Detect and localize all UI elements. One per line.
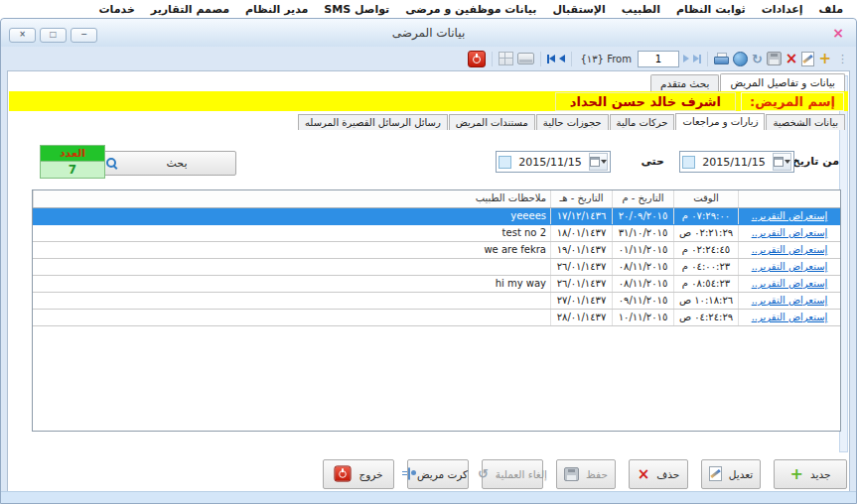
maximize-icon[interactable]: □: [40, 28, 67, 43]
print-icon[interactable]: [714, 53, 729, 65]
menu-item[interactable]: الإستقبال: [544, 2, 613, 17]
edit-button[interactable]: تعديل: [701, 459, 761, 489]
menu-item[interactable]: تواصل SMS: [316, 2, 397, 17]
patient-name-label: إسم المريض:: [741, 92, 844, 111]
first-record-button[interactable]: [547, 55, 555, 63]
table-row[interactable]: إستعراض التقرير.. ٠٤:٢٤:٢٩ ص ١٠/١١/٢٠١٥ …: [33, 310, 840, 326]
view-report-link[interactable]: إستعراض التقرير..: [752, 261, 828, 272]
menu-item[interactable]: مصمم التقارير: [143, 2, 237, 17]
power-icon[interactable]: [468, 51, 486, 67]
detail-tab[interactable]: حجوزات حالية: [536, 114, 609, 130]
view-report-link[interactable]: إستعراض التقرير..: [752, 227, 828, 238]
visit-date-hijri-cell: ٢٦/٠١/١٤٣٧: [550, 276, 612, 292]
undo-icon: ↺: [478, 467, 489, 480]
delete-button[interactable]: × حذف: [629, 459, 688, 489]
last-record-button[interactable]: [693, 55, 701, 63]
menu-item[interactable]: خدمات: [91, 2, 143, 17]
doctor-notes-cell: [33, 310, 550, 325]
gregorian-date-column-header[interactable]: التاريخ - م: [612, 190, 673, 207]
detail-tab[interactable]: بيانات الشخصية: [766, 114, 845, 130]
previous-record-button[interactable]: [559, 55, 565, 63]
detail-tab[interactable]: مستندات المريض: [449, 114, 535, 130]
visit-time-cell: ٠٤:٠٠:٢٣ م: [673, 259, 738, 275]
web-icon[interactable]: [733, 52, 748, 66]
visit-date-gregorian-cell: ٠٩/١١/٢٠١٥: [612, 293, 673, 309]
view-report-link[interactable]: إستعراض التقرير..: [752, 210, 828, 221]
from-date-checkbox[interactable]: [682, 156, 695, 169]
view-report-link[interactable]: إستعراض التقرير..: [752, 295, 828, 306]
visits-table: الوقت التاريخ - م التاريخ - هـ ملاحظات ا…: [32, 189, 841, 432]
visit-date-hijri-cell: ٢٨/٠١/١٤٣٧: [550, 310, 612, 325]
menu-item[interactable]: بيانات موظفين و مرضى: [397, 2, 544, 17]
delete-record-icon[interactable]: ×: [786, 52, 798, 65]
exit-button[interactable]: خروج: [323, 459, 394, 489]
from-date-label: من تاريخ: [792, 155, 839, 168]
minimize-icon[interactable]: −: [71, 28, 97, 43]
menu-item[interactable]: مدير النظام: [237, 2, 316, 17]
window-title: بيانات المرضى: [1, 26, 856, 40]
search-button[interactable]: بحث: [87, 151, 236, 176]
main-tab[interactable]: بحث متقدم: [650, 74, 719, 91]
notes-column-header[interactable]: ملاحظات الطبيب: [33, 190, 550, 207]
add-record-icon[interactable]: +: [818, 52, 831, 65]
detail-tab[interactable]: رسائل الرسائل القصيرة المرسله: [298, 114, 448, 130]
edit-record-icon[interactable]: [801, 52, 814, 66]
table-row[interactable]: إستعراض التقرير.. ٠٤:٠٠:٢٣ م ٠٨/١١/٢٠١٥ …: [33, 259, 840, 276]
close-icon[interactable]: ×: [9, 28, 36, 43]
record-number-input[interactable]: [638, 51, 679, 67]
table-row[interactable]: إستعراض التقرير.. ٠٢:٢١:٢٩ ص ٣١/١٠/٢٠١٥ …: [33, 225, 840, 242]
visit-date-hijri-cell: ٢٧/٠١/١٤٣٧: [550, 293, 612, 309]
next-record-button[interactable]: [683, 55, 689, 63]
doctor-notes-cell: [33, 293, 550, 309]
view-report-link[interactable]: إستعراض التقرير..: [752, 244, 828, 255]
detail-tab[interactable]: زيارات و مراجعات: [675, 113, 765, 130]
menu-item[interactable]: إعدادات: [754, 2, 811, 17]
doctor-notes-cell: test no 2: [33, 225, 550, 241]
refresh-icon[interactable]: ↻: [752, 53, 763, 65]
plus-icon: +: [790, 467, 803, 481]
time-column-header[interactable]: الوقت: [673, 190, 738, 207]
from-date-dropdown[interactable]: [773, 153, 791, 171]
new-button[interactable]: + جديد: [774, 459, 847, 489]
cancel-operation-button[interactable]: ↺ إلغاء العملية: [482, 459, 543, 489]
record-toolbar: {١٣} From ↻ × + ⋮: [1, 47, 856, 70]
to-date-checkbox[interactable]: [499, 156, 511, 169]
to-date-label: حتى: [641, 155, 664, 168]
from-date-picker[interactable]: 2015/11/15: [679, 151, 794, 173]
to-date-dropdown[interactable]: [589, 153, 608, 171]
table-body: إستعراض التقرير.. ٠٧:٢٩:٠٠ م ٢٠/٠٩/٢٠١٥ …: [33, 208, 840, 326]
calendar-icon: [590, 157, 600, 167]
detail-tab[interactable]: حركات مالية: [610, 114, 675, 130]
to-date-picker[interactable]: 2015/11/15: [496, 151, 611, 173]
visit-time-cell: ٠٢:٢٤:٤٥ م: [673, 242, 738, 258]
table-row[interactable]: إستعراض التقرير.. ٠٧:٢٩:٠٠ م ٢٠/٠٩/٢٠١٥ …: [33, 208, 840, 225]
table-row[interactable]: إستعراض التقرير.. ٠٨:٥٤:٢٣ م ٠٨/١١/٢٠١٥ …: [33, 276, 840, 293]
table-row[interactable]: إستعراض التقرير.. ١٠:١٨:٢٦ ص ٠٩/١١/٢٠١٥ …: [33, 293, 840, 310]
menu-item[interactable]: ملف: [811, 2, 851, 17]
patient-card-button[interactable]: كرت مريض: [407, 459, 469, 489]
save-button[interactable]: حفظ: [556, 459, 616, 489]
report-column-header: [738, 190, 840, 207]
toolbar-grip-icon: ⋮: [837, 53, 848, 65]
doctor-notes-cell: we are fekra: [33, 242, 550, 258]
doctor-notes-cell: hi my way: [33, 276, 550, 292]
title-bar: بيانات المرضى × □ − ×: [1, 19, 856, 47]
view-report-link[interactable]: إستعراض التقرير..: [752, 278, 828, 289]
visit-date-gregorian-cell: ٣١/١٠/٢٠١٥: [612, 225, 673, 241]
table-row[interactable]: إستعراض التقرير.. ٠٢:٢٤:٤٥ م ٠١/١١/٢٠١٥ …: [33, 242, 840, 259]
patient-name-value: اشرف خالد حسن الحداد: [555, 92, 736, 111]
toolbar-separator: [571, 52, 572, 66]
menu-item[interactable]: ثوابت النظام: [668, 2, 754, 17]
view-report-link[interactable]: إستعراض التقرير..: [752, 312, 828, 322]
pencil-icon: [709, 466, 722, 481]
action-button-row: + جديد تعديل × حذف حفظ ↺ إلغاء العمل: [243, 458, 847, 489]
card-view-icon[interactable]: [517, 53, 534, 64]
mdi-close-icon[interactable]: ×: [832, 25, 844, 41]
hijri-date-column-header[interactable]: التاريخ - هـ: [550, 190, 612, 207]
visit-time-cell: ٠٨:٥٤:٢٣ م: [673, 276, 738, 292]
main-tab[interactable]: بيانات و تفاصيل المريض: [720, 73, 845, 91]
grid-view-icon[interactable]: [499, 52, 513, 65]
save-record-icon[interactable]: [767, 52, 782, 65]
menu-item[interactable]: الطبيب: [614, 2, 668, 17]
visit-date-gregorian-cell: ٠١/١١/٢٠١٥: [612, 242, 673, 258]
